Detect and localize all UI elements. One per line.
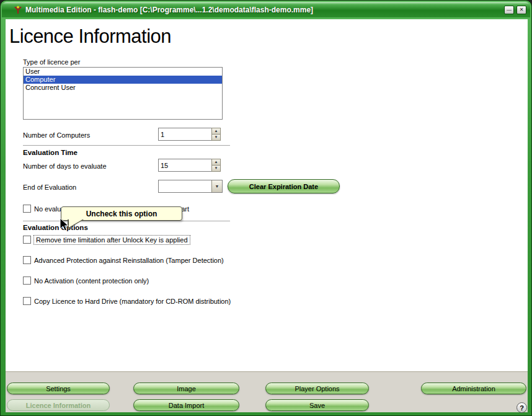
section-divider (23, 221, 230, 221)
copy-licence-label: Copy Licence to Hard Drive (mandatory fo… (34, 298, 231, 305)
days-spinner: ▲ ▼ (211, 159, 221, 172)
evaluation-time-header: Evaluation Time (23, 149, 78, 156)
tooltip: Uncheck this option (61, 206, 182, 221)
licence-type-option-concurrent-user[interactable]: Concurrent User (24, 84, 222, 92)
remove-time-limitation-checkbox[interactable] (23, 236, 31, 244)
clear-expiration-date-button[interactable]: Clear Expiration Date (228, 179, 340, 193)
titlebar: Multimedia Edition - flash-demo [C:\Prog… (2, 2, 530, 17)
end-of-evaluation-label: End of Evaluation (23, 184, 76, 191)
window-controls: — ✕ (502, 6, 526, 14)
advanced-protection-row: Advanced Protection against Reinstallati… (23, 255, 224, 265)
copy-licence-row: Copy Licence to Hard Drive (mandatory fo… (23, 296, 231, 306)
window-title: Multimedia Edition - flash-demo [C:\Prog… (25, 6, 313, 14)
settings-button[interactable]: Settings (7, 383, 110, 394)
end-of-evaluation-combobox[interactable]: ▼ (158, 180, 223, 193)
app-icon (13, 5, 23, 15)
no-activation-checkbox[interactable] (23, 277, 31, 285)
mouse-cursor-icon (59, 218, 71, 232)
footer-bar: Settings Image Player Options Administra… (6, 371, 528, 412)
computers-input[interactable] (158, 128, 211, 141)
advanced-protection-checkbox[interactable] (23, 256, 31, 264)
days-spin-down-icon[interactable]: ▼ (211, 166, 221, 172)
data-import-button[interactable]: Data Import (133, 399, 239, 411)
days-to-evaluate-input[interactable] (158, 159, 211, 172)
advanced-protection-label: Advanced Protection against Reinstallati… (34, 257, 224, 264)
player-options-button[interactable]: Player Options (265, 383, 369, 394)
copy-licence-checkbox[interactable] (23, 297, 31, 305)
dropdown-arrow-icon[interactable]: ▼ (211, 180, 222, 192)
administration-button[interactable]: Administration (421, 383, 526, 394)
image-button[interactable]: Image (133, 383, 239, 394)
main-panel: Licence Information Type of licence per … (6, 19, 528, 371)
remove-time-limitation-label: Remove time limitation after Unlock Key … (34, 236, 190, 244)
no-activation-row: No Activation (content protection only) (23, 276, 149, 285)
days-input-group: ▲ ▼ (158, 159, 221, 172)
save-button[interactable]: Save (265, 399, 369, 411)
computers-input-group: ▲ ▼ (158, 128, 221, 141)
tooltip-text: Uncheck this option (86, 210, 157, 218)
computers-spinner: ▲ ▼ (211, 128, 221, 141)
licence-type-option-user[interactable]: User (24, 68, 222, 76)
computers-spin-up-icon[interactable]: ▲ (211, 128, 221, 135)
licence-type-label: Type of licence per (23, 58, 80, 66)
app-window: Multimedia Edition - flash-demo [C:\Prog… (0, 0, 532, 416)
licence-information-button[interactable]: Licence Information (7, 399, 110, 411)
section-divider (23, 145, 230, 146)
minimize-button[interactable]: — (504, 6, 514, 14)
days-spin-up-icon[interactable]: ▲ (211, 159, 221, 166)
no-activation-label: No Activation (content protection only) (34, 277, 149, 285)
no-evaluation-checkbox[interactable] (23, 205, 31, 213)
computers-spin-down-icon[interactable]: ▼ (211, 135, 221, 141)
close-button[interactable]: ✕ (516, 6, 526, 14)
licence-type-listbox[interactable]: User Computer Concurrent User (23, 67, 223, 120)
remove-time-limitation-row: Remove time limitation after Unlock Key … (23, 235, 190, 244)
computers-label: Number of Computers (23, 131, 90, 139)
days-to-evaluate-label: Number of days to evaluate (23, 162, 107, 170)
licence-type-option-computer[interactable]: Computer (24, 76, 222, 84)
page-title: Licence Information (9, 25, 171, 48)
help-icon[interactable]: ? (516, 402, 527, 413)
